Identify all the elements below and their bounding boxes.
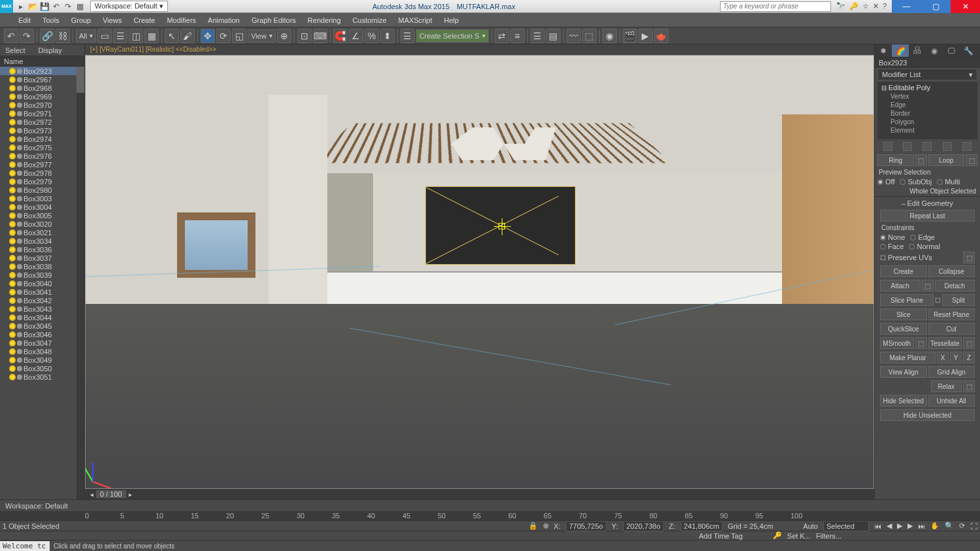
schematic-icon[interactable]: ⬚ xyxy=(582,29,596,43)
select-object-icon[interactable]: ↖ xyxy=(165,29,179,43)
nav-pan-icon[interactable]: ✋ xyxy=(930,522,939,530)
window-crossing-icon[interactable]: ▦ xyxy=(144,29,159,43)
utilities-tab-icon[interactable]: 🔧 xyxy=(960,44,977,57)
new-icon[interactable]: ▸ xyxy=(16,1,26,12)
list-item[interactable]: Box3049 xyxy=(0,356,84,364)
undo-icon[interactable]: ↶ xyxy=(51,1,61,12)
menu-rendering[interactable]: Rendering xyxy=(308,16,341,24)
refcoord-dropdown[interactable]: View ▾ xyxy=(248,29,276,42)
search-input[interactable] xyxy=(720,1,831,12)
list-item[interactable]: Box2923 xyxy=(0,67,84,75)
menu-customize[interactable]: Customize xyxy=(353,16,387,24)
configure-icon[interactable] xyxy=(962,142,972,151)
app-icon[interactable]: MAX xyxy=(0,0,13,13)
list-item[interactable]: Box2978 xyxy=(0,169,84,177)
create-tab-icon[interactable]: ✹ xyxy=(875,44,892,57)
list-item[interactable]: Box3046 xyxy=(0,330,84,339)
render-setup-icon[interactable]: 🎬 xyxy=(623,29,637,43)
quickslice-button[interactable]: QuickSlice xyxy=(880,323,927,335)
reset-plane-button[interactable]: Reset Plane xyxy=(928,309,975,320)
list-item[interactable]: Box2974 xyxy=(0,135,84,143)
project-icon[interactable]: ▦ xyxy=(74,1,85,12)
list-item[interactable]: Box3038 xyxy=(0,262,84,271)
manipulate-icon[interactable]: ⊡ xyxy=(297,29,312,43)
z-coord-field[interactable]: 241,806cm xyxy=(681,521,723,531)
time-slider[interactable]: ◂ 0 / 100 ▸ xyxy=(85,489,874,499)
timeline-ruler[interactable]: 0510152025303540455055606570758085909510… xyxy=(0,511,980,520)
remove-icon[interactable] xyxy=(943,142,952,151)
key-filters-button[interactable]: Filters... xyxy=(816,532,841,540)
tessellate-button[interactable]: Tessellate xyxy=(928,337,962,349)
select-name-icon[interactable]: ☰ xyxy=(113,29,127,43)
snap-icon[interactable]: 🧲 xyxy=(333,29,348,43)
set-key-button[interactable]: Set K... xyxy=(787,532,811,540)
list-item[interactable]: Box2969 xyxy=(0,92,84,101)
list-item[interactable]: Box3003 xyxy=(0,194,84,203)
select-paint-icon[interactable]: 🖌 xyxy=(180,29,195,43)
constraint-normal-radio[interactable]: Normal xyxy=(909,242,939,250)
attach-button[interactable]: Attach xyxy=(880,280,921,292)
msmooth-button[interactable]: MSmooth xyxy=(880,337,914,349)
menu-graph-editors[interactable]: Graph Editors xyxy=(252,16,296,24)
list-item[interactable]: Box2973 xyxy=(0,126,84,135)
playback-goto-start-icon[interactable]: ⏮ xyxy=(874,522,881,530)
make-planar-button[interactable]: Make Planar xyxy=(880,352,936,363)
ring-button[interactable]: Ring xyxy=(877,154,914,166)
list-item[interactable]: Box3043 xyxy=(0,305,84,313)
preview-subobj-radio[interactable]: SubObj xyxy=(900,178,932,186)
loop-button[interactable]: Loop xyxy=(928,154,965,166)
modifier-list-dropdown[interactable]: Modifier List▾ xyxy=(877,69,977,80)
mirror-icon[interactable]: ⇄ xyxy=(495,29,509,43)
list-item[interactable]: Box3047 xyxy=(0,339,84,347)
coord-toggle-icon[interactable]: ⊕ xyxy=(543,522,549,530)
display-tab-icon[interactable]: 🖵 xyxy=(943,44,960,57)
nav-max-icon[interactable]: ⛶ xyxy=(970,522,977,530)
edit-selection-icon[interactable]: ☰ xyxy=(400,29,415,43)
list-item[interactable]: Box2976 xyxy=(0,152,84,160)
list-item[interactable]: Box3048 xyxy=(0,347,84,356)
list-item[interactable]: Box2975 xyxy=(0,143,84,152)
playback-play-icon[interactable]: ▶ xyxy=(897,522,902,530)
list-item[interactable]: Box3021 xyxy=(0,228,84,237)
constraint-none-radio[interactable]: None xyxy=(880,233,905,241)
key-icon[interactable]: 🔑 xyxy=(849,2,858,10)
list-item[interactable]: Box3040 xyxy=(0,279,84,288)
key-icon[interactable]: 🔑 xyxy=(773,531,782,540)
list-item[interactable]: Box3039 xyxy=(0,271,84,279)
x-coord-field[interactable]: 7705,725o xyxy=(566,521,606,531)
view-align-button[interactable]: View Align xyxy=(880,366,927,378)
list-item[interactable]: Box2980 xyxy=(0,186,84,194)
list-item[interactable]: Box3004 xyxy=(0,203,84,211)
nav-orbit-icon[interactable]: ⟳ xyxy=(959,522,965,530)
preserve-uv-checkbox[interactable]: ☐ Preserve UVs xyxy=(880,254,932,261)
edit-geometry-rollout[interactable]: – Edit Geometry xyxy=(877,198,977,209)
unlink-icon[interactable]: ⛓ xyxy=(56,29,70,43)
preview-off-radio[interactable]: Off xyxy=(877,178,894,186)
list-item[interactable]: Box3037 xyxy=(0,254,84,262)
playback-goto-end-icon[interactable]: ⏭ xyxy=(918,522,925,530)
scale-icon[interactable]: ◱ xyxy=(232,29,246,43)
menu-create[interactable]: Create xyxy=(133,16,155,24)
auto-key-button[interactable]: Auto xyxy=(803,522,818,530)
render-frame-icon[interactable]: ▶ xyxy=(638,29,653,43)
slice-plane-button[interactable]: Slice Plane xyxy=(880,294,934,306)
undo-icon[interactable]: ↶ xyxy=(4,29,18,43)
list-item[interactable]: Box3034 xyxy=(0,237,84,245)
list-item[interactable]: Box2971 xyxy=(0,109,84,118)
list-item[interactable]: Box3020 xyxy=(0,220,84,228)
modify-tab-icon[interactable]: 🌈 xyxy=(892,44,909,57)
render-icon[interactable]: 🫖 xyxy=(654,29,668,43)
move-icon[interactable]: ✥ xyxy=(201,29,215,43)
selection-gizmo[interactable] xyxy=(498,223,505,229)
hierarchy-tab-icon[interactable]: 品 xyxy=(909,44,926,57)
list-item[interactable]: Box3036 xyxy=(0,245,84,254)
playback-prev-icon[interactable]: ◀ xyxy=(887,522,892,530)
relax-button[interactable]: Relax xyxy=(931,380,962,392)
planar-z-button[interactable]: Z xyxy=(963,352,975,363)
constraint-edge-radio[interactable]: Edge xyxy=(910,233,935,241)
maxscript-listener[interactable]: Welcome tc xyxy=(0,541,50,551)
spinner-snap-icon[interactable]: ⬍ xyxy=(380,29,395,43)
percent-snap-icon[interactable]: % xyxy=(365,29,379,43)
list-item[interactable]: Box3045 xyxy=(0,322,84,330)
help-icon[interactable]: ? xyxy=(883,2,887,10)
